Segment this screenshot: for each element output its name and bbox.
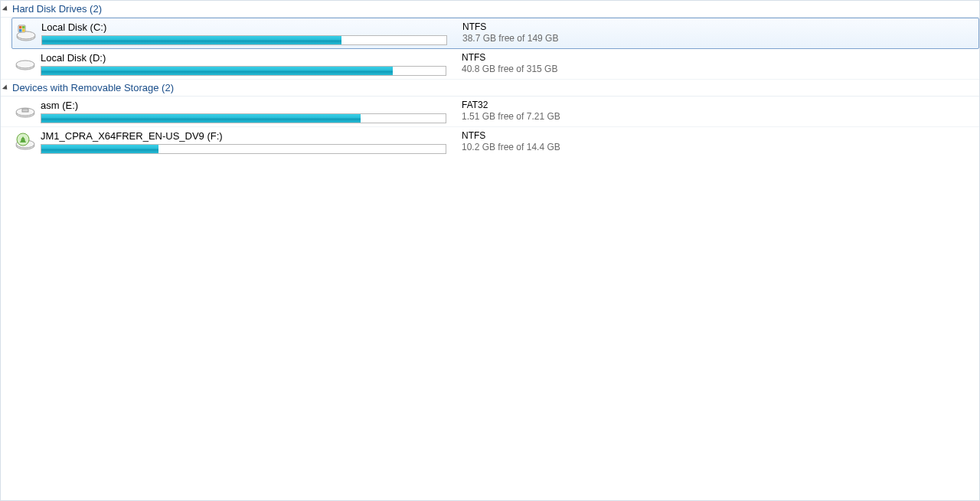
- os-drive-icon: [15, 21, 37, 43]
- space-bar: [41, 66, 446, 76]
- drive-item-f[interactable]: JM1_CPRA_X64FRER_EN-US_DV9 (F:) NTFS 10.…: [1, 127, 979, 157]
- drive-name: Local Disk (C:): [41, 21, 455, 33]
- computer-drives-view: Hard Disk Drives (2) Local Disk (C:) NTF…: [0, 0, 980, 501]
- free-space-label: 10.2 GB free of 14.4 GB: [462, 142, 560, 153]
- space-bar-fill: [41, 67, 393, 75]
- removable-drive-icon: [15, 100, 36, 121]
- dvd-drive-icon: [15, 130, 36, 152]
- drive-item-d[interactable]: Local Disk (D:) NTFS 40.8 GB free of 315…: [1, 49, 979, 80]
- group-header-removable[interactable]: Devices with Removable Storage (2): [1, 80, 979, 97]
- svg-rect-6: [22, 29, 25, 32]
- drive-info: FAT32 1.51 GB free of 7.21 GB: [462, 100, 560, 123]
- drive-name: Local Disk (D:): [41, 52, 454, 64]
- svg-point-8: [16, 61, 34, 68]
- svg-rect-11: [22, 109, 28, 112]
- group-title: Devices with Removable Storage (2): [12, 82, 174, 93]
- drive-main-col: Local Disk (C:): [41, 21, 455, 45]
- filesystem-label: NTFS: [462, 130, 560, 142]
- drive-info: NTFS 38.7 GB free of 149 GB: [462, 21, 558, 44]
- free-space-label: 40.8 GB free of 315 GB: [462, 64, 557, 75]
- drive-item-e[interactable]: asm (E:) FAT32 1.51 GB free of 7.21 GB: [1, 97, 979, 127]
- drive-main-col: JM1_CPRA_X64FRER_EN-US_DV9 (F:): [41, 130, 454, 154]
- filesystem-label: FAT32: [462, 100, 560, 111]
- space-bar: [41, 144, 446, 154]
- drive-info: NTFS 10.2 GB free of 14.4 GB: [462, 130, 560, 153]
- space-bar: [41, 113, 446, 123]
- space-bar-fill: [41, 114, 361, 123]
- drive-name: JM1_CPRA_X64FRER_EN-US_DV9 (F:): [41, 130, 454, 142]
- space-bar-fill: [41, 145, 158, 153]
- svg-rect-4: [22, 26, 25, 29]
- svg-rect-5: [19, 29, 22, 32]
- drive-main-col: asm (E:): [41, 100, 454, 123]
- drive-item-c[interactable]: Local Disk (C:) NTFS 38.7 GB free of 149…: [11, 18, 979, 49]
- free-space-label: 38.7 GB free of 149 GB: [462, 33, 558, 44]
- hard-drive-icon: [15, 52, 36, 74]
- space-bar-fill: [42, 36, 341, 44]
- drive-info: NTFS 40.8 GB free of 315 GB: [462, 52, 557, 75]
- free-space-label: 1.51 GB free of 7.21 GB: [462, 111, 560, 123]
- drive-main-col: Local Disk (D:): [41, 52, 454, 76]
- space-bar: [41, 35, 447, 45]
- group-header-hdd[interactable]: Hard Disk Drives (2): [1, 1, 979, 18]
- filesystem-label: NTFS: [462, 52, 557, 64]
- collapse-triangle-icon: [2, 5, 9, 12]
- filesystem-label: NTFS: [462, 21, 558, 33]
- collapse-triangle-icon: [2, 84, 9, 91]
- drive-name: asm (E:): [41, 100, 454, 111]
- svg-rect-3: [19, 26, 22, 29]
- group-title: Hard Disk Drives (2): [12, 3, 102, 15]
